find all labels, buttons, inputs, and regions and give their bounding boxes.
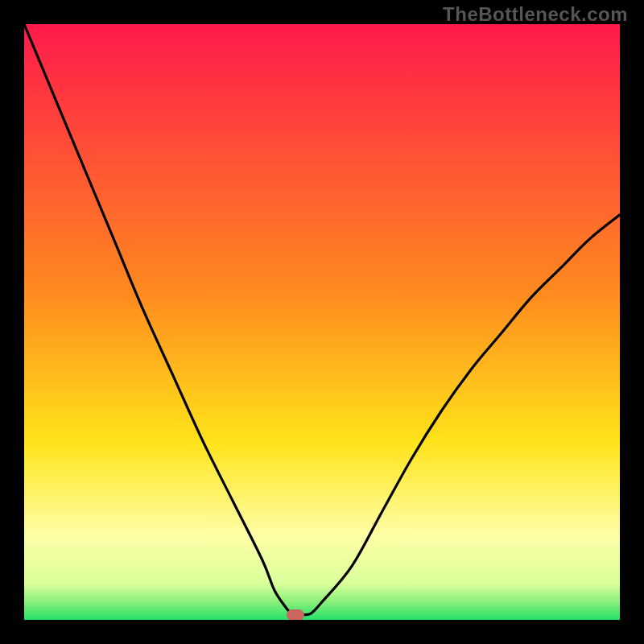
chart-frame: TheBottleneck.com	[0, 0, 644, 644]
optimal-point-marker	[287, 609, 304, 620]
plot-area	[24, 24, 620, 620]
watermark-text: TheBottleneck.com	[443, 3, 628, 26]
bottleneck-curve	[24, 24, 620, 620]
